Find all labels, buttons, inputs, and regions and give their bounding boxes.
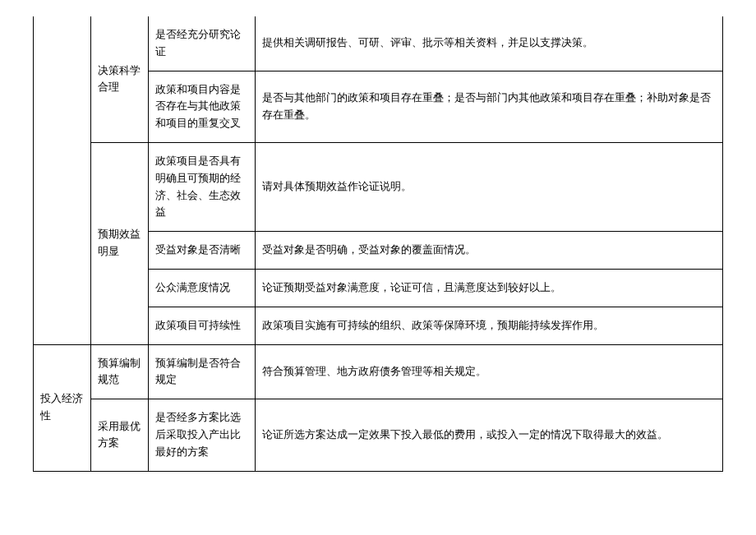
indicator-cell: 政策项目可持续性	[149, 307, 256, 344]
evaluation-table: 决策科学合理 是否经充分研究论证 提供相关调研报告、可研、评审、批示等相关资料，…	[33, 16, 723, 472]
description-cell: 论证预期受益对象满意度，论证可信，且满意度达到较好以上。	[256, 269, 723, 307]
subcategory-cell: 预期效益明显	[91, 142, 149, 344]
indicator-cell: 是否经多方案比选后采取投入产出比最好的方案	[149, 399, 256, 471]
subcategory-cell: 预算编制规范	[91, 344, 149, 399]
category-cell	[34, 16, 91, 344]
description-cell: 论证所选方案达成一定效果下投入最低的费用，或投入一定的情况下取得最大的效益。	[256, 399, 723, 471]
indicator-cell: 政策和项目内容是否存在与其他政策和项目的重复交叉	[149, 71, 256, 142]
category-cell: 投入经济性	[34, 344, 91, 471]
table-row: 预期效益明显 政策项目是否具有明确且可预期的经济、社会、生态效益 请对具体预期效…	[34, 142, 723, 231]
indicator-cell: 受益对象是否清晰	[149, 232, 256, 270]
indicator-cell: 预算编制是否符合规定	[149, 344, 256, 399]
indicator-cell: 公众满意度情况	[149, 269, 256, 307]
description-cell: 提供相关调研报告、可研、评审、批示等相关资料，并足以支撑决策。	[256, 16, 723, 71]
table-row: 决策科学合理 是否经充分研究论证 提供相关调研报告、可研、评审、批示等相关资料，…	[34, 16, 723, 71]
description-cell: 政策项目实施有可持续的组织、政策等保障环境，预期能持续发挥作用。	[256, 307, 723, 344]
description-cell: 受益对象是否明确，受益对象的覆盖面情况。	[256, 232, 723, 270]
subcategory-cell: 决策科学合理	[91, 16, 149, 142]
subcategory-cell: 采用最优方案	[91, 399, 149, 471]
description-cell: 符合预算管理、地方政府债务管理等相关规定。	[256, 344, 723, 399]
table-row: 投入经济性 预算编制规范 预算编制是否符合规定 符合预算管理、地方政府债务管理等…	[34, 344, 723, 399]
indicator-cell: 政策项目是否具有明确且可预期的经济、社会、生态效益	[149, 142, 256, 231]
description-cell: 是否与其他部门的政策和项目存在重叠；是否与部门内其他政策和项目存在重叠；补助对象…	[256, 71, 723, 142]
table-row: 采用最优方案 是否经多方案比选后采取投入产出比最好的方案 论证所选方案达成一定效…	[34, 399, 723, 471]
indicator-cell: 是否经充分研究论证	[149, 16, 256, 71]
description-cell: 请对具体预期效益作论证说明。	[256, 142, 723, 231]
